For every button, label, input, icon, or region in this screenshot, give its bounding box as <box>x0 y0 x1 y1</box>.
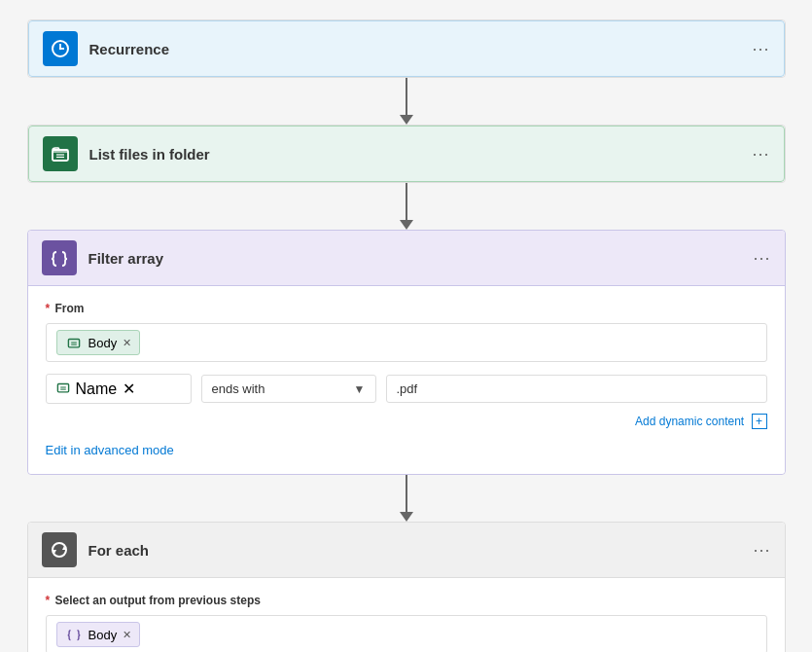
from-field[interactable]: Body ✕ <box>46 323 767 362</box>
arrow-head-2 <box>400 220 413 230</box>
list-files-icon-box <box>43 136 78 171</box>
from-required-star: * <box>46 302 51 315</box>
for-each-icon <box>50 540 69 560</box>
select-output-required-star: * <box>46 594 51 607</box>
for-each-icon-box <box>42 532 77 567</box>
name-pill-box[interactable]: Name ✕ <box>46 374 192 404</box>
edit-advanced-link[interactable]: Edit in advanced mode <box>46 443 174 457</box>
name-tag-icon <box>56 380 70 398</box>
arrow-head-1 <box>400 115 413 125</box>
name-tag-close[interactable]: ✕ <box>123 380 135 398</box>
filter-array-body: * From Body ✕ <box>28 286 785 474</box>
arrow-line-3 <box>406 475 407 512</box>
from-label: * From <box>46 302 767 315</box>
for-each-body: * Select an output from previous steps B… <box>28 578 785 652</box>
name-icon-svg <box>56 380 70 394</box>
svg-point-3 <box>58 48 60 50</box>
flow-canvas: Recurrence ··· List files in folder ··· <box>0 0 812 652</box>
foreach-body-tag-icon <box>65 626 83 643</box>
recurrence-icon <box>51 39 70 58</box>
recurrence-header[interactable]: Recurrence ··· <box>28 20 785 77</box>
arrow-line-1 <box>406 78 407 115</box>
arrow-head-3 <box>400 512 413 522</box>
list-files-icon <box>51 144 70 163</box>
name-tag-label: Name <box>76 380 118 398</box>
plus-icon: + <box>752 414 767 429</box>
filter-array-block: Filter array ··· * From Body <box>27 230 786 475</box>
condition-row: Name ✕ ends with ▼ .pdf <box>46 374 767 404</box>
filter-array-more-button[interactable]: ··· <box>753 248 770 269</box>
recurrence-icon-box <box>43 31 78 66</box>
body-tag-pill[interactable]: Body ✕ <box>56 330 141 355</box>
recurrence-title: Recurrence <box>89 41 753 57</box>
foreach-body-tag-close[interactable]: ✕ <box>123 629 131 641</box>
list-files-header[interactable]: List files in folder ··· <box>28 126 785 182</box>
arrow-line-2 <box>406 183 407 220</box>
select-output-label: * Select an output from previous steps <box>46 594 767 607</box>
for-each-block: For each ··· * Select an output from pre… <box>27 522 786 652</box>
add-dynamic-content[interactable]: Add dynamic content + <box>46 414 767 429</box>
condition-operator-label: ends with <box>212 381 346 396</box>
body-tag-icon <box>65 334 83 351</box>
list-files-block: List files in folder ··· <box>27 125 786 183</box>
output-field[interactable]: Body ✕ <box>46 615 767 652</box>
arrow-3 <box>400 475 413 522</box>
body-icon-svg <box>67 336 81 349</box>
filter-array-header[interactable]: Filter array ··· <box>28 231 785 286</box>
for-each-more-button[interactable]: ··· <box>753 540 770 561</box>
condition-value-text: .pdf <box>397 381 418 396</box>
list-files-more-button[interactable]: ··· <box>752 144 769 164</box>
arrow-1 <box>400 78 413 125</box>
filter-array-icon-box <box>42 240 77 275</box>
for-each-title: For each <box>88 542 754 559</box>
body-tag-close[interactable]: ✕ <box>123 337 131 349</box>
select-output-label-text: Select an output from previous steps <box>55 594 261 607</box>
dropdown-chevron-icon: ▼ <box>354 382 366 396</box>
recurrence-more-button[interactable]: ··· <box>752 39 769 59</box>
svg-rect-7 <box>68 340 79 347</box>
foreach-body-tag-pill[interactable]: Body ✕ <box>56 622 141 647</box>
condition-value-field[interactable]: .pdf <box>386 375 767 403</box>
svg-rect-10 <box>57 383 68 391</box>
filter-array-icon <box>50 248 69 268</box>
recurrence-block: Recurrence ··· <box>27 19 786 78</box>
filter-array-title: Filter array <box>88 250 754 267</box>
from-label-text: From <box>55 302 85 315</box>
foreach-body-tag-label: Body <box>88 628 118 642</box>
body-tag-label: Body <box>88 336 118 350</box>
condition-operator-dropdown[interactable]: ends with ▼ <box>201 375 376 403</box>
add-dynamic-label: Add dynamic content <box>635 415 744 428</box>
foreach-body-icon-svg <box>67 628 81 641</box>
for-each-header[interactable]: For each ··· <box>28 523 785 578</box>
list-files-title: List files in folder <box>89 146 753 163</box>
arrow-2 <box>400 183 413 230</box>
